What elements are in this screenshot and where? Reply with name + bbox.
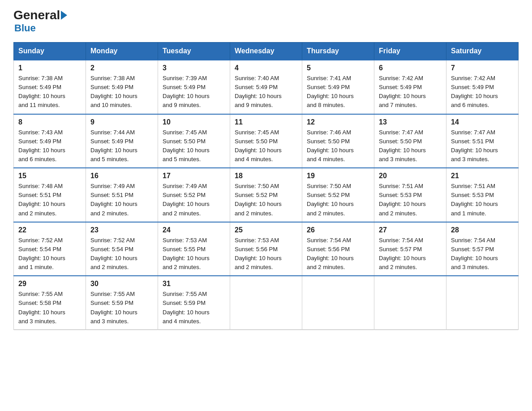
day-info: Sunrise: 7:55 AM Sunset: 5:59 PM Dayligh… xyxy=(90,290,153,326)
day-info: Sunrise: 7:40 AM Sunset: 5:49 PM Dayligh… xyxy=(235,74,297,110)
day-cell-18: 18 Sunrise: 7:50 AM Sunset: 5:52 PM Dayl… xyxy=(230,168,302,222)
day-cell-29: 29 Sunrise: 7:55 AM Sunset: 5:58 PM Dayl… xyxy=(14,276,86,330)
weekday-header-tuesday: Tuesday xyxy=(158,43,230,60)
day-number: 8 xyxy=(18,118,81,126)
day-cell-31: 31 Sunrise: 7:55 AM Sunset: 5:59 PM Dayl… xyxy=(158,276,230,330)
day-info: Sunrise: 7:42 AM Sunset: 5:49 PM Dayligh… xyxy=(379,74,442,110)
day-cell-1: 1 Sunrise: 7:38 AM Sunset: 5:49 PM Dayli… xyxy=(14,60,86,114)
empty-cell xyxy=(302,276,374,330)
day-cell-23: 23 Sunrise: 7:52 AM Sunset: 5:54 PM Dayl… xyxy=(86,222,158,276)
day-info: Sunrise: 7:42 AM Sunset: 5:49 PM Dayligh… xyxy=(451,74,514,110)
day-number: 23 xyxy=(90,226,153,234)
day-info: Sunrise: 7:49 AM Sunset: 5:52 PM Dayligh… xyxy=(163,182,225,218)
day-cell-26: 26 Sunrise: 7:54 AM Sunset: 5:56 PM Dayl… xyxy=(302,222,374,276)
day-info: Sunrise: 7:53 AM Sunset: 5:56 PM Dayligh… xyxy=(235,236,297,272)
day-number: 6 xyxy=(379,64,442,72)
day-info: Sunrise: 7:54 AM Sunset: 5:57 PM Dayligh… xyxy=(379,236,442,272)
day-number: 30 xyxy=(90,280,153,288)
day-number: 9 xyxy=(90,118,153,126)
day-number: 10 xyxy=(163,118,225,126)
day-info: Sunrise: 7:55 AM Sunset: 5:58 PM Dayligh… xyxy=(18,290,81,326)
day-info: Sunrise: 7:52 AM Sunset: 5:54 PM Dayligh… xyxy=(18,236,81,272)
week-row-2: 8 Sunrise: 7:43 AM Sunset: 5:49 PM Dayli… xyxy=(14,114,519,168)
day-cell-21: 21 Sunrise: 7:51 AM Sunset: 5:53 PM Dayl… xyxy=(446,168,519,222)
day-number: 3 xyxy=(163,64,225,72)
page-header: General Blue xyxy=(13,9,519,34)
day-number: 11 xyxy=(235,118,297,126)
day-info: Sunrise: 7:50 AM Sunset: 5:52 PM Dayligh… xyxy=(235,182,297,218)
empty-cell xyxy=(230,276,302,330)
day-number: 15 xyxy=(18,172,81,180)
day-info: Sunrise: 7:46 AM Sunset: 5:50 PM Dayligh… xyxy=(307,128,369,164)
day-info: Sunrise: 7:41 AM Sunset: 5:49 PM Dayligh… xyxy=(307,74,369,110)
day-info: Sunrise: 7:38 AM Sunset: 5:49 PM Dayligh… xyxy=(90,74,153,110)
day-cell-5: 5 Sunrise: 7:41 AM Sunset: 5:49 PM Dayli… xyxy=(302,60,374,114)
day-cell-27: 27 Sunrise: 7:54 AM Sunset: 5:57 PM Dayl… xyxy=(374,222,446,276)
weekday-header-monday: Monday xyxy=(86,43,158,60)
day-number: 19 xyxy=(307,172,369,180)
day-cell-3: 3 Sunrise: 7:39 AM Sunset: 5:49 PM Dayli… xyxy=(158,60,230,114)
day-cell-20: 20 Sunrise: 7:51 AM Sunset: 5:53 PM Dayl… xyxy=(374,168,446,222)
day-number: 4 xyxy=(235,64,297,72)
day-number: 12 xyxy=(307,118,369,126)
day-cell-6: 6 Sunrise: 7:42 AM Sunset: 5:49 PM Dayli… xyxy=(374,60,446,114)
day-number: 1 xyxy=(18,64,81,72)
week-row-3: 15 Sunrise: 7:48 AM Sunset: 5:51 PM Dayl… xyxy=(14,168,519,222)
day-number: 18 xyxy=(235,172,297,180)
day-info: Sunrise: 7:51 AM Sunset: 5:53 PM Dayligh… xyxy=(451,182,514,218)
day-cell-8: 8 Sunrise: 7:43 AM Sunset: 5:49 PM Dayli… xyxy=(14,114,86,168)
day-number: 27 xyxy=(379,226,442,234)
day-cell-7: 7 Sunrise: 7:42 AM Sunset: 5:49 PM Dayli… xyxy=(446,60,519,114)
day-cell-22: 22 Sunrise: 7:52 AM Sunset: 5:54 PM Dayl… xyxy=(14,222,86,276)
day-info: Sunrise: 7:54 AM Sunset: 5:57 PM Dayligh… xyxy=(451,236,514,272)
day-number: 25 xyxy=(235,226,297,234)
day-info: Sunrise: 7:54 AM Sunset: 5:56 PM Dayligh… xyxy=(307,236,369,272)
day-info: Sunrise: 7:47 AM Sunset: 5:50 PM Dayligh… xyxy=(379,128,442,164)
day-number: 2 xyxy=(90,64,153,72)
weekday-header-saturday: Saturday xyxy=(446,43,519,60)
logo-arrow-icon xyxy=(61,11,67,20)
weekday-header-thursday: Thursday xyxy=(302,43,374,60)
day-info: Sunrise: 7:53 AM Sunset: 5:55 PM Dayligh… xyxy=(163,236,225,272)
day-number: 16 xyxy=(90,172,153,180)
day-number: 29 xyxy=(18,280,81,288)
day-number: 13 xyxy=(379,118,442,126)
day-cell-25: 25 Sunrise: 7:53 AM Sunset: 5:56 PM Dayl… xyxy=(230,222,302,276)
day-number: 14 xyxy=(451,118,514,126)
day-info: Sunrise: 7:45 AM Sunset: 5:50 PM Dayligh… xyxy=(163,128,225,164)
day-cell-12: 12 Sunrise: 7:46 AM Sunset: 5:50 PM Dayl… xyxy=(302,114,374,168)
empty-cell xyxy=(374,276,446,330)
week-row-5: 29 Sunrise: 7:55 AM Sunset: 5:58 PM Dayl… xyxy=(14,276,519,330)
day-info: Sunrise: 7:50 AM Sunset: 5:52 PM Dayligh… xyxy=(307,182,369,218)
weekday-header-sunday: Sunday xyxy=(14,43,86,60)
day-number: 20 xyxy=(379,172,442,180)
day-number: 7 xyxy=(451,64,514,72)
day-cell-4: 4 Sunrise: 7:40 AM Sunset: 5:49 PM Dayli… xyxy=(230,60,302,114)
day-number: 17 xyxy=(163,172,225,180)
day-cell-15: 15 Sunrise: 7:48 AM Sunset: 5:51 PM Dayl… xyxy=(14,168,86,222)
day-info: Sunrise: 7:39 AM Sunset: 5:49 PM Dayligh… xyxy=(163,74,225,110)
day-info: Sunrise: 7:43 AM Sunset: 5:49 PM Dayligh… xyxy=(18,128,81,164)
day-info: Sunrise: 7:47 AM Sunset: 5:51 PM Dayligh… xyxy=(451,128,514,164)
week-row-1: 1 Sunrise: 7:38 AM Sunset: 5:49 PM Dayli… xyxy=(14,60,519,114)
day-number: 22 xyxy=(18,226,81,234)
empty-cell xyxy=(446,276,519,330)
week-row-4: 22 Sunrise: 7:52 AM Sunset: 5:54 PM Dayl… xyxy=(14,222,519,276)
day-number: 28 xyxy=(451,226,514,234)
day-cell-16: 16 Sunrise: 7:49 AM Sunset: 5:51 PM Dayl… xyxy=(86,168,158,222)
day-cell-2: 2 Sunrise: 7:38 AM Sunset: 5:49 PM Dayli… xyxy=(86,60,158,114)
day-number: 21 xyxy=(451,172,514,180)
calendar-table: SundayMondayTuesdayWednesdayThursdayFrid… xyxy=(13,42,519,330)
day-info: Sunrise: 7:48 AM Sunset: 5:51 PM Dayligh… xyxy=(18,182,81,218)
logo-general-text: General xyxy=(13,9,60,21)
day-cell-11: 11 Sunrise: 7:45 AM Sunset: 5:50 PM Dayl… xyxy=(230,114,302,168)
day-info: Sunrise: 7:51 AM Sunset: 5:53 PM Dayligh… xyxy=(379,182,442,218)
day-cell-13: 13 Sunrise: 7:47 AM Sunset: 5:50 PM Dayl… xyxy=(374,114,446,168)
day-cell-17: 17 Sunrise: 7:49 AM Sunset: 5:52 PM Dayl… xyxy=(158,168,230,222)
day-info: Sunrise: 7:55 AM Sunset: 5:59 PM Dayligh… xyxy=(163,290,225,326)
weekday-header-row: SundayMondayTuesdayWednesdayThursdayFrid… xyxy=(14,43,519,60)
day-number: 31 xyxy=(163,280,225,288)
day-cell-19: 19 Sunrise: 7:50 AM Sunset: 5:52 PM Dayl… xyxy=(302,168,374,222)
day-cell-14: 14 Sunrise: 7:47 AM Sunset: 5:51 PM Dayl… xyxy=(446,114,519,168)
logo-blue-text: Blue xyxy=(14,22,36,34)
